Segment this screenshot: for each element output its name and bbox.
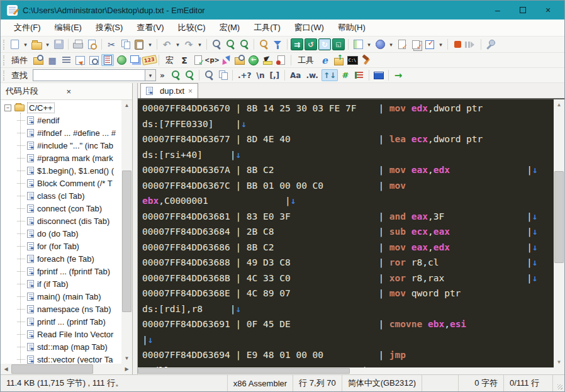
htmlbar-plugin-button[interactable] [46,54,59,66]
status-encoding[interactable]: 简体中文(GB2312) [342,375,422,391]
open-button[interactable] [30,38,43,50]
find-next-button[interactable] [224,38,237,50]
menu-item[interactable]: 编辑(E) [48,20,89,36]
outline-dropdown[interactable] [366,38,372,50]
outline-button[interactable] [352,38,364,50]
menu-item[interactable]: 搜索(S) [89,20,130,36]
tool-internet-explorer-button[interactable] [318,54,331,66]
find-in-files-button[interactable] [257,38,270,50]
snippet-item[interactable]: main() (main Tab) [1,290,121,303]
snippet-item[interactable]: Read File Into Vector [1,328,121,340]
scroll-up-icon[interactable]: ▲ [121,100,132,111]
menu-item[interactable]: 文件(F) [7,20,48,36]
save-button[interactable] [52,38,65,50]
snippet-item[interactable]: fprintf ... (fprintf Tab) [1,265,121,277]
snippet-item[interactable]: if (if Tab) [1,277,121,290]
copy-button[interactable] [119,38,131,50]
sidebar-horizontal-scrollbar[interactable]: ◀ ▶ [1,364,132,374]
snippet-item[interactable]: Block Comment (/* T [1,177,121,189]
macro-back-button[interactable] [247,54,260,66]
record-macro-button[interactable] [396,38,408,50]
cut-button[interactable] [105,38,118,50]
snippet-item[interactable]: std::vector (vector Ta [1,353,121,364]
status-syntax[interactable]: x86 Assembler [228,375,293,391]
tool-command-prompt-button[interactable] [346,54,359,66]
tool-open-folder-button[interactable] [332,54,345,66]
scrollbar-thumb[interactable] [138,368,350,374]
regex-button[interactable]: .+? [236,69,254,81]
scrollbar-thumb[interactable] [11,364,93,374]
wordcomplete-plugin-button[interactable] [143,54,155,66]
snippet-item[interactable]: #endif [1,114,121,126]
tool-hammer-button[interactable] [360,54,372,66]
explorer-plugin-button[interactable] [32,54,45,66]
select-macro-button[interactable] [423,38,436,50]
highlight-all-button[interactable] [339,69,352,81]
tree-folder-cpp[interactable]: − C/C++ [1,101,121,114]
menu-item[interactable]: 帮助(H) [331,20,372,36]
snippet-item[interactable]: disconnect (dis Tab) [1,215,121,227]
undo-button[interactable] [160,38,173,50]
find-copy-button[interactable] [216,69,229,81]
status-selected-chars[interactable]: 0 字符 [459,375,504,391]
whole-word-button[interactable]: .w. [304,69,320,81]
go-button[interactable] [392,69,405,81]
status-cursor-position[interactable]: 行 7,列 70 [293,375,342,391]
snippet-item[interactable]: foreach (fe Tab) [1,252,121,265]
macro-cursor-ruler-button[interactable] [261,54,274,66]
snippet-item[interactable]: #ifndef ... #define ... # [1,126,121,139]
menu-item[interactable]: 宏(M) [213,20,247,36]
paste-button[interactable] [133,38,145,50]
scroll-left-icon[interactable]: ◀ [1,364,11,374]
print-preview-button[interactable] [86,38,98,50]
escape-sequence-button[interactable]: \n [255,69,267,81]
snippet-item[interactable]: for (for Tab) [1,240,121,252]
snippet-item[interactable]: connect (con Tab) [1,202,121,215]
new-file-button[interactable] [8,38,21,50]
number-range-button[interactable]: [,] [268,69,282,81]
toolbar-grip[interactable] [3,55,5,65]
filter-button[interactable] [271,38,284,50]
run-macro-button[interactable] [410,38,422,50]
toolbar-grip[interactable] [3,70,5,81]
wrap-indicator-button[interactable] [332,38,345,50]
toolbar-grip[interactable] [3,40,5,50]
wrap-by-char-button[interactable] [318,38,331,50]
highlight-list-button[interactable] [353,69,366,81]
outline-plugin-button[interactable] [101,54,114,66]
sidebar-close-icon[interactable]: × [65,87,128,96]
scroll-down-icon[interactable]: ▼ [121,353,132,364]
editor-horizontal-scrollbar[interactable] [138,367,564,374]
snippet-item[interactable]: #include "..." (inc Tab [1,139,121,152]
snippet-item[interactable]: namespace (ns Tab) [1,303,121,315]
minimize-button[interactable]: – [485,1,510,20]
match-case-button[interactable]: Aa [288,69,303,81]
scroll-right-icon[interactable]: ▶ [121,364,132,374]
menu-item[interactable]: 工具(T) [247,20,288,36]
macro-sum-button[interactable] [178,54,191,66]
scrollbar-thumb[interactable] [554,171,564,263]
resize-grip[interactable] [553,375,564,391]
playback-steps-button[interactable] [465,38,478,50]
wrap-none-button[interactable] [291,38,303,50]
find-previous-button[interactable] [169,69,182,81]
snippet-item[interactable]: do (do Tab) [1,227,121,240]
snippets-plugin-button[interactable] [74,54,86,66]
maximize-button[interactable] [510,1,535,20]
macro-dropdown[interactable] [437,38,444,50]
open-dropdown[interactable] [44,38,51,50]
wordcount-plugin-button[interactable] [60,54,72,66]
projects-plugin-button[interactable] [129,54,142,66]
sidebar-vertical-scrollbar[interactable]: ▲ ▼ [121,100,132,364]
wrap-by-window-button[interactable] [305,38,317,50]
redo-dropdown[interactable] [196,38,203,50]
toolbar-overflow-button[interactable]: » [157,69,168,81]
snippet-item[interactable]: $1.begin(), $1.end() ( [1,164,121,177]
search-plugin-button[interactable] [87,54,100,66]
menu-item[interactable]: 比较(C) [171,20,213,36]
menu-item[interactable]: 查看(V) [130,20,171,36]
find-combo-dropdown[interactable]: ▾ [145,69,156,81]
undo-dropdown[interactable] [174,38,181,50]
macro-paragraph-tag-button[interactable] [206,54,218,66]
plugins-button[interactable] [374,38,386,50]
